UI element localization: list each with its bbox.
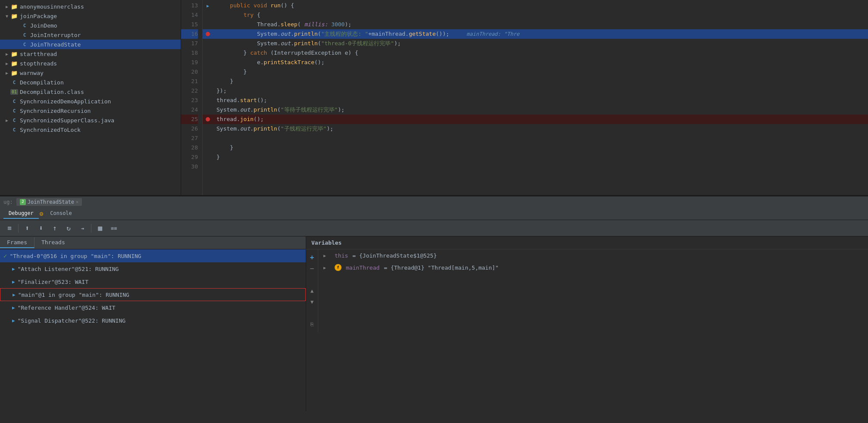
thread-label: "Finalizer"@523: WAIT	[18, 279, 88, 285]
code-lines: public void run() { try { Thread.sleep( …	[213, 0, 868, 195]
var-remove-btn[interactable]: −	[308, 264, 316, 273]
tree-item-synchronized-recursion[interactable]: ▶ C SynchronizedRecursion	[0, 106, 181, 115]
thread-item-attach[interactable]: ▶ "Attach Listener"@521: RUNNING	[0, 262, 306, 275]
thread-item-refhandler[interactable]: ▶ "Reference Handler"@524: WAIT	[0, 301, 306, 314]
toolbar-evaluate-btn[interactable]: ⇥	[76, 222, 88, 234]
folder-icon: 📁	[10, 13, 18, 19]
toolbar-run-to-cursor-btn[interactable]: ↻	[63, 222, 75, 234]
toolbar-grid-btn[interactable]: ▦	[94, 222, 106, 234]
expand-arrow-icon: ▶	[323, 265, 326, 270]
breakpoint-marker	[206, 32, 210, 36]
var-up-btn[interactable]: ▲	[308, 286, 316, 295]
debug-toolbar: ≡ ⬆ ⬇ ↑ ↻ ⇥ ▦ ≡≡	[0, 220, 868, 236]
no-arrow: ▶	[14, 42, 21, 47]
tree-label: startthread	[20, 51, 57, 57]
tree-item-decompilation-class[interactable]: ▶ 01 Decompilation.class	[0, 87, 181, 96]
code-line-20: }	[213, 67, 868, 77]
session-label: ug:	[3, 199, 13, 205]
tab-threads[interactable]: Threads	[34, 237, 72, 248]
thread-item-main[interactable]: ▶ "main"@1 in group "main": RUNNING	[0, 288, 306, 301]
breakpoint-marker	[206, 117, 210, 121]
tree-item-joindemo[interactable]: ▶ C JoinDemo	[0, 21, 181, 30]
thread-item-thread0[interactable]: ✓ "Thread-0"@516 in group "main": RUNNIN…	[0, 249, 306, 262]
java-icon: C	[21, 32, 28, 38]
var-name-mainthread: mainThread	[346, 264, 379, 271]
folder-icon: 📁	[10, 3, 18, 10]
toolbar-step-out-btn[interactable]: ↑	[49, 222, 61, 234]
no-arrow: ▶	[14, 23, 21, 28]
tree-item-jointhreadstate[interactable]: ▶ C JoinThreadState	[0, 40, 181, 49]
var-add-btn[interactable]: +	[308, 253, 316, 261]
expand-arrow-icon: ▶	[323, 253, 326, 258]
code-line-16: System.out.println("主线程的状态: "+mainThread…	[213, 29, 868, 39]
tree-label: SynchronizedSupperClass.java	[20, 117, 114, 124]
var-item-mainthread[interactable]: ▶ f mainThread = {Thread@1} "Thread[main…	[318, 261, 868, 274]
code-line-30	[213, 162, 868, 171]
code-editor: 13 14 15 16 17 18 19 20 21 22 23 24 25 2…	[181, 0, 868, 195]
play-arrow-icon: ▶	[12, 266, 15, 272]
no-arrow: ▶	[3, 99, 10, 104]
debug-tab-row: Debugger ⚙ Console	[0, 207, 868, 220]
tree-item-synchronized-tolock[interactable]: ▶ C SynchronizedToLock	[0, 125, 181, 134]
code-line-19: e.printStackTrace();	[213, 58, 868, 67]
code-line-14: try {	[213, 10, 868, 20]
tree-label: JoinInterruptor	[30, 32, 81, 38]
var-copy-btn[interactable]: ⎘	[308, 320, 316, 329]
tab-frames[interactable]: Frames	[0, 237, 34, 248]
java-icon: C	[10, 99, 18, 104]
top-section: ▶ 📁 anonymousinnerclass ▼ 📁 joinPackage …	[0, 0, 868, 196]
tree-item-startthread[interactable]: ▶ 📁 startthread	[0, 49, 181, 59]
toolbar-divider-2	[91, 224, 91, 233]
tree-item-decompilation[interactable]: ▶ C Decompilation	[0, 78, 181, 87]
java-icon: C	[10, 80, 18, 85]
thread-label: "Signal Dispatcher"@522: RUNNING	[18, 317, 125, 324]
tree-item-warnway[interactable]: ▶ 📁 warnway	[0, 68, 181, 78]
tree-item-stopthreads[interactable]: ▶ 📁 stopthreads	[0, 59, 181, 68]
variables-list: ▶ this = {JoinThreadState$1@525} ▶ f mai…	[318, 249, 868, 332]
console-icon: ⚙	[40, 210, 43, 217]
variables-header: Variables	[306, 236, 868, 249]
no-arrow: ▶	[3, 90, 10, 94]
tree-item-synchronized-supper[interactable]: ▶ C SynchronizedSupperClass.java	[0, 115, 181, 125]
toolbar-step-over-btn[interactable]: ⬆	[21, 222, 33, 234]
code-line-24: System.out.println("等待子线程运行完毕");	[213, 105, 868, 115]
tree-item-joinpackage[interactable]: ▼ 📁 joinPackage	[0, 11, 181, 21]
folder-icon: 📁	[10, 70, 18, 76]
var-down-btn[interactable]: ▼	[308, 298, 316, 306]
var-value-mainthread: = {Thread@1} "Thread[main,5,main]"	[384, 264, 498, 271]
toolbar-settings-btn[interactable]: ≡≡	[108, 222, 120, 234]
expand-arrow: ▶	[3, 71, 10, 75]
tree-item-joininterruptor[interactable]: ▶ C JoinInterruptor	[0, 30, 181, 40]
tree-item-anonymousinnerclass[interactable]: ▶ 📁 anonymousinnerclass	[0, 2, 181, 11]
thread-item-finalizer[interactable]: ▶ "Finalizer"@523: WAIT	[0, 275, 306, 288]
tree-label: anonymousinnerclass	[20, 3, 84, 10]
tree-item-synchronized-demo[interactable]: ▶ C SynchronizedDemoApplication	[0, 96, 181, 106]
session-close-btn[interactable]: ✕	[76, 199, 78, 204]
expand-arrow: ▶	[3, 4, 10, 9]
folder-icon: 📁	[10, 60, 18, 67]
var-value-this: = {JoinThreadState$1@525}	[352, 252, 437, 259]
orange-dot-icon: f	[335, 264, 342, 271]
file-tree: ▶ 📁 anonymousinnerclass ▼ 📁 joinPackage …	[0, 0, 181, 195]
variables-panel: Variables + − ▲ ▼ ⎘	[306, 236, 868, 411]
class-icon: 01	[10, 89, 18, 95]
code-line-28: }	[213, 143, 868, 152]
tab-debugger[interactable]: Debugger	[3, 208, 39, 219]
toolbar-resume-btn[interactable]: ≡	[3, 222, 16, 234]
thread-label: "main"@1 in group "main": RUNNING	[18, 292, 129, 298]
debug-panel: ug: J JoinThreadState ✕ Debugger ⚙ Conso…	[0, 196, 868, 411]
code-line-18: } catch (InterruptedException e) {	[213, 48, 868, 58]
expand-arrow: ▶	[3, 52, 10, 56]
thread-item-signal[interactable]: ▶ "Signal Dispatcher"@522: RUNNING	[0, 314, 306, 327]
tree-label: JoinThreadState	[30, 41, 81, 48]
tree-label: stopthreads	[20, 60, 57, 67]
var-item-this[interactable]: ▶ this = {JoinThreadState$1@525}	[318, 249, 868, 261]
thread-label: "Reference Handler"@524: WAIT	[18, 305, 116, 311]
session-tab-item[interactable]: J JoinThreadState ✕	[16, 198, 82, 206]
frames-panel: Frames Threads ✓ "Thread-0"@516 in group…	[0, 236, 306, 411]
toolbar-step-into-btn[interactable]: ⬇	[35, 222, 47, 234]
play-arrow-icon: ▶	[12, 305, 15, 311]
tab-console[interactable]: Console	[45, 208, 77, 219]
java-icon: C	[21, 42, 28, 47]
expand-arrow: ▶	[3, 61, 10, 66]
